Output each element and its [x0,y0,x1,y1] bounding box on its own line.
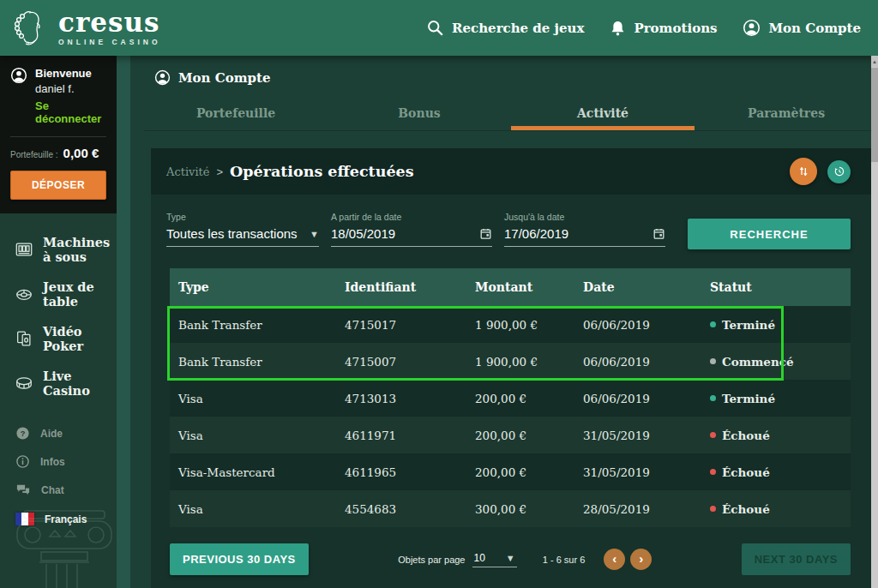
page-title: Mon Compte [178,70,271,86]
sidebar-item-label: Vidéo Poker [43,324,113,353]
cell-date: 06/06/2019 [574,355,701,369]
top-header: cresus ONLINE CASINO Recherche de jeux P… [0,0,878,56]
vertical-scrollbar[interactable]: ▲ [871,56,878,588]
sidebar-item-chat[interactable]: Chat [0,476,117,504]
sidebar-item-label: Live Casino [43,369,113,398]
sidebar-item-live-casino[interactable]: Live Casino [0,361,117,405]
table-row[interactable]: Bank Transfer 4715007 1 900,00 € 06/06/2… [170,343,851,380]
wallet-label: Portefeuille : [10,150,58,159]
sidebar-item-video-poker[interactable]: Vidéo Poker [0,316,117,361]
search-button[interactable]: RECHERCHE [688,219,851,249]
slot-machine-icon [14,240,34,259]
nav-promotions[interactable]: Promotions [610,20,717,37]
cell-date: 06/06/2019 [574,318,701,332]
cell-type: Bank Transfer [170,355,336,369]
scroll-up-arrow[interactable]: ▲ [871,56,878,67]
table-row[interactable]: Visa 4554683 300,00 € 28/05/2019 Échoué [170,490,851,527]
table-row[interactable]: Visa 4713013 200,00 € 06/06/2019 Terminé [170,380,851,417]
roulette-icon [14,285,34,303]
cell-status: Échoué [701,502,851,516]
breadcrumb-parent[interactable]: Activité [166,165,209,178]
logo-subtitle: ONLINE CASINO [58,39,161,46]
tab-bonus[interactable]: Bonus [328,99,511,130]
cell-status: Commencé [701,355,851,369]
table-row[interactable]: Visa-Mastercard 4611965 200,00 € 31/05/2… [170,453,851,490]
calendar-icon[interactable] [652,227,665,240]
next-30-days-button[interactable]: NEXT 30 DAYS [742,543,851,575]
activity-panel: Activité > Opérations effectuées [151,148,871,588]
user-icon [743,19,761,37]
tab-parametres[interactable]: Paramètres [695,99,878,130]
type-filter-select[interactable]: Toutes les transactions ▼ [166,226,319,247]
svg-text:?: ? [21,429,26,438]
nav-label: Promotions [634,21,717,36]
username: daniel f. [35,82,106,95]
date-from-label: A partir de la date [331,212,492,222]
cell-id: 4554683 [336,502,466,516]
status-dot [710,432,716,438]
calendar-icon[interactable] [479,227,492,240]
help-icon: ? [15,426,30,441]
transactions-button[interactable] [790,158,817,185]
date-to-label: Jusqu'à la date [504,212,665,222]
sidebar-item-jeux-de-table[interactable]: Jeux de table [0,272,117,316]
deposit-button[interactable]: DÉPOSER [10,171,106,200]
previous-30-days-button[interactable]: PREVIOUS 30 DAYS [170,543,309,575]
per-page-label: Objets par page [398,555,465,565]
cell-id: 4611971 [336,429,466,442]
status-label: Échoué [722,502,770,516]
next-page-button[interactable]: › [630,549,652,570]
scrollbar-thumb[interactable] [871,68,878,162]
nav-account[interactable]: Mon Compte [743,19,861,37]
previous-page-button[interactable]: ‹ [604,549,625,570]
tab-activite[interactable]: Activité [511,99,695,130]
cell-amount: 1 900,00 € [466,318,574,332]
cresus-logo[interactable]: cresus ONLINE CASINO [10,6,161,51]
table-row[interactable]: Visa 4611971 200,00 € 31/05/2019 Échoué [170,417,851,453]
breadcrumb-separator: > [216,165,223,178]
table-header: Type Identifiant Montant Date Statut [170,268,851,306]
cell-amount: 200,00 € [466,465,574,479]
welcome-text: Bienvenue [35,67,106,80]
table-row[interactable]: Bank Transfer 4715017 1 900,00 € 06/06/2… [170,306,851,343]
logout-link[interactable]: Se déconnecter [35,99,106,125]
sidebar-item-label: Aide [40,428,63,440]
date-to-input[interactable]: 17/06/2019 [504,226,665,247]
per-page-select[interactable]: 10 ▼ [472,552,517,567]
sidebar-item-infos[interactable]: Infos [0,447,117,476]
column-montant: Montant [466,280,574,294]
cell-status: Échoué [701,429,851,442]
sidebar-item-label: Infos [40,456,65,468]
pagination-bar: PREVIOUS 30 DAYS Objets par page 10 ▼ 1 … [151,527,871,575]
date-from-input[interactable]: 18/05/2019 [331,226,492,247]
status-dot [710,321,716,327]
cell-status: Terminé [701,318,851,332]
sidebar-item-machines-a-sous[interactable]: Machines à sous [0,227,117,272]
date-from-value: 18/05/2019 [331,226,395,241]
cell-id: 4713013 [336,392,466,405]
main-content: Mon Compte Portefeuille Bonus Activité P… [144,56,878,588]
wallet-balance: 0,00 € [63,146,99,160]
tab-portefeuille[interactable]: Portefeuille [144,99,328,130]
nav-game-search[interactable]: Recherche de jeux [426,19,584,37]
sidebar-item-aide[interactable]: ? Aide [0,419,117,447]
cell-status: Échoué [701,465,851,479]
top-navigation: Recherche de jeux Promotions Mon Compte [426,19,861,37]
cell-date: 06/06/2019 [574,392,701,405]
search-icon [426,19,444,37]
sidebar-item-label: Machines à sous [43,235,113,264]
account-icon [154,69,171,86]
cards-icon [14,329,34,348]
sidebar-menu: Machines à sous Jeux de table Vidéo Po [0,213,117,405]
cell-type: Visa [170,429,336,442]
history-button[interactable] [827,160,851,183]
cell-id: 4715017 [336,318,466,332]
status-label: Échoué [722,465,770,479]
cell-type: Visa [170,392,336,405]
cell-amount: 300,00 € [466,502,574,516]
cell-type: Bank Transfer [170,318,336,332]
bell-icon [610,20,626,37]
filter-bar: Type Toutes les transactions ▼ A partir … [151,195,871,260]
column-identifiant: Identifiant [336,280,466,294]
breadcrumb: Activité > Opérations effectuées [151,148,871,195]
